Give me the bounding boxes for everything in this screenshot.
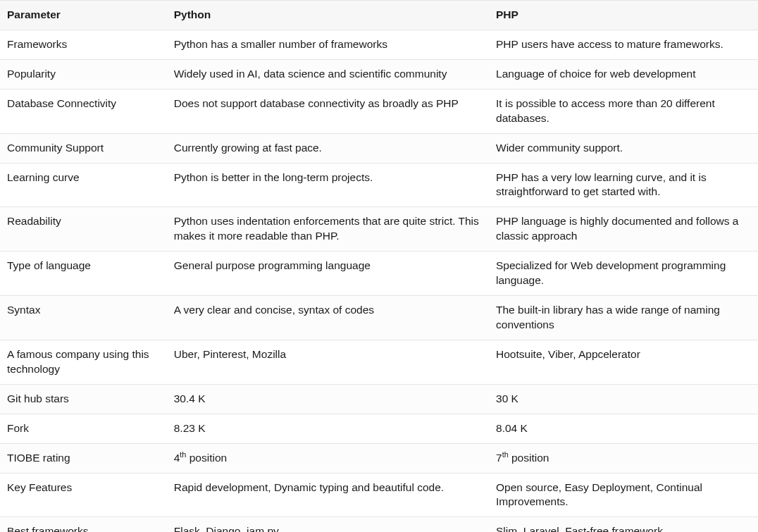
cell-python: 30.4 K: [167, 384, 489, 414]
col-header-php: PHP: [489, 1, 758, 30]
table-header-row: Parameter Python PHP: [0, 1, 758, 30]
cell-php: Open source, Easy Deployment, Continual …: [489, 473, 758, 517]
cell-parameter: Key Features: [0, 473, 167, 517]
cell-php: PHP language is highly documented and fo…: [489, 207, 758, 252]
cell-python: Python uses indentation enforcements tha…: [167, 207, 489, 252]
cell-python: Does not support database connectivity a…: [167, 89, 489, 133]
cell-php: Specialized for Web development programm…: [489, 252, 758, 296]
table-row: Community SupportCurrently growing at fa…: [0, 133, 758, 163]
cell-parameter: A famous company using this technology: [0, 340, 167, 384]
cell-php: Slim, Laravel, Fast-free framework.: [489, 517, 758, 532]
cell-python: A very clear and concise, syntax of code…: [167, 296, 489, 340]
cell-python: Python is better in the long-term projec…: [167, 163, 489, 207]
cell-parameter: Learning curve: [0, 163, 167, 207]
cell-parameter: TIOBE rating: [0, 443, 167, 473]
cell-parameter: Git hub stars: [0, 384, 167, 414]
cell-python: Flask, Django, jam.py.: [167, 517, 489, 532]
cell-php: PHP users have access to mature framewor…: [489, 30, 758, 59]
cell-php: Language of choice for web development: [489, 59, 758, 89]
cell-python: General purpose programming language: [167, 252, 489, 296]
cell-php: Hootsuite, Viber, Appcelerator: [489, 340, 758, 384]
cell-php: It is possible to access more than 20 di…: [489, 89, 758, 133]
cell-php: Wider community support.: [489, 133, 758, 163]
cell-parameter: Community Support: [0, 133, 167, 163]
cell-php: 7th position: [489, 443, 758, 473]
cell-parameter: Popularity: [0, 59, 167, 89]
table-row: A famous company using this technologyUb…: [0, 340, 758, 384]
comparison-table: Parameter Python PHP FrameworksPython ha…: [0, 0, 758, 532]
table-row: Git hub stars30.4 K30 K: [0, 384, 758, 414]
cell-parameter: Frameworks: [0, 30, 167, 59]
table-row: Learning curvePython is better in the lo…: [0, 163, 758, 207]
table-row: Key FeaturesRapid development, Dynamic t…: [0, 473, 758, 517]
table-row: PopularityWidely used in AI, data scienc…: [0, 59, 758, 89]
cell-parameter: Type of language: [0, 252, 167, 296]
cell-php: The built-in library has a wide range of…: [489, 296, 758, 340]
cell-python: Rapid development, Dynamic typing and be…: [167, 473, 489, 517]
cell-python: Uber, Pinterest, Mozilla: [167, 340, 489, 384]
cell-parameter: Syntax: [0, 296, 167, 340]
cell-php: 8.04 K: [489, 414, 758, 443]
col-header-python: Python: [167, 1, 489, 30]
col-header-parameter: Parameter: [0, 1, 167, 30]
cell-php: 30 K: [489, 384, 758, 414]
cell-python: Currently growing at fast pace.: [167, 133, 489, 163]
table-row: TIOBE rating4th position7th position: [0, 443, 758, 473]
table-row: SyntaxA very clear and concise, syntax o…: [0, 296, 758, 340]
cell-parameter: Readability: [0, 207, 167, 252]
cell-python: Widely used in AI, data science and scie…: [167, 59, 489, 89]
cell-parameter: Database Connectivity: [0, 89, 167, 133]
cell-python: Python has a smaller number of framework…: [167, 30, 489, 59]
table-row: FrameworksPython has a smaller number of…: [0, 30, 758, 59]
cell-parameter: Best frameworks: [0, 517, 167, 532]
cell-parameter: Fork: [0, 414, 167, 443]
cell-php: PHP has a very low learning curve, and i…: [489, 163, 758, 207]
table-row: Database ConnectivityDoes not support da…: [0, 89, 758, 133]
table-row: Best frameworksFlask, Django, jam.py.Sli…: [0, 517, 758, 532]
table-row: Fork8.23 K8.04 K: [0, 414, 758, 443]
cell-python: 4th position: [167, 443, 489, 473]
table-row: ReadabilityPython uses indentation enfor…: [0, 207, 758, 252]
table-row: Type of languageGeneral purpose programm…: [0, 252, 758, 296]
cell-python: 8.23 K: [167, 414, 489, 443]
